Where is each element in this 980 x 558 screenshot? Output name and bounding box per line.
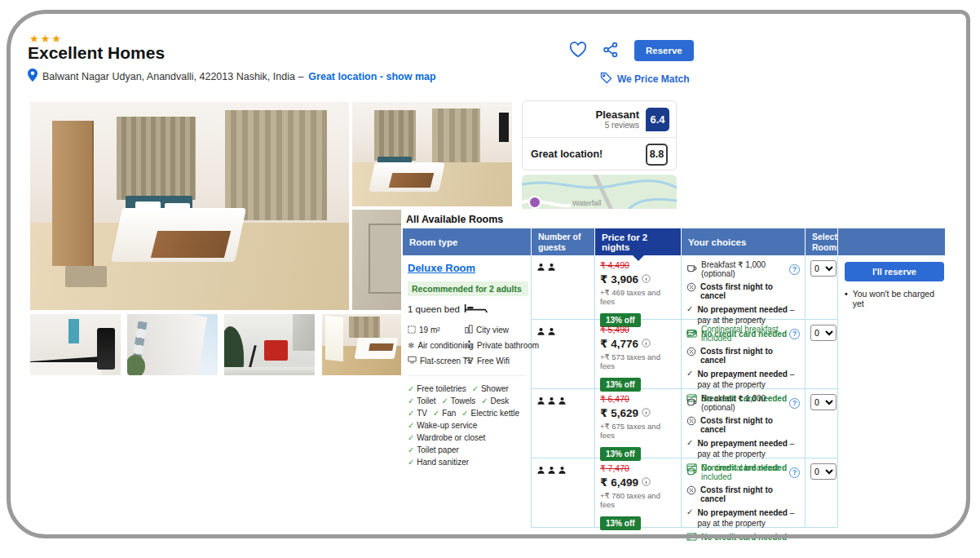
column-header-blank (838, 228, 946, 255)
price-tag-icon (600, 72, 612, 86)
breakfast-cup-icon (686, 398, 697, 409)
share-button[interactable] (602, 42, 620, 60)
photo-decoration (135, 202, 161, 212)
page-title: Excellent Homes (28, 43, 165, 63)
price-cell: ₹ 4,490 ₹ 3,906 +₹ 469 taxes and fees 13… (595, 255, 682, 320)
taxes-note: +₹ 573 taxes and fees (600, 352, 676, 370)
ill-reserve-button[interactable]: I'll reserve (845, 262, 944, 281)
column-header-guests: Number of guests (532, 228, 595, 255)
info-icon[interactable] (642, 407, 651, 419)
breakfast-option: Continental breakfast included ? (686, 463, 800, 481)
taxes-note: +₹ 469 taxes and fees (600, 288, 676, 306)
room-quantity-select[interactable]: 0 (810, 260, 837, 277)
check-icon: ✓ (686, 304, 693, 313)
photo-decoration (224, 367, 315, 376)
person-icon (536, 466, 545, 475)
map-poi-label: Waterfall (572, 199, 601, 207)
location-score-row: Great location! 8.8 (523, 138, 676, 170)
photo-decoration (117, 117, 196, 200)
question-icon[interactable]: ? (789, 264, 800, 275)
recommended-banner: Recommended for 2 adults (408, 281, 528, 296)
gallery-photo-main-bedroom[interactable] (30, 102, 349, 310)
price-cell: ₹ 7,470 ₹ 6,499 +₹ 780 taxes and fees 13… (595, 458, 682, 528)
address-row: Balwant Nagar Udyan, Anandvalli, 422013 … (28, 69, 436, 84)
column-header-choices: Your choices (682, 228, 806, 255)
room-type-cell: Deluxe Room Recommended for 2 adults 1 q… (403, 255, 532, 528)
gallery-photo-bedroom-2[interactable] (352, 102, 512, 206)
show-map-link[interactable]: Great location - show map (308, 71, 435, 82)
photo-decoration (52, 121, 94, 267)
room-amenities-checklist: Free toiletriesShowerToiletTowelsDeskTVF… (408, 375, 526, 468)
choices-cell: Continental breakfast included ? Costs f… (682, 320, 806, 389)
question-icon[interactable]: ? (789, 329, 800, 339)
header-actions: Reserve (569, 40, 694, 61)
photo-decoration (68, 319, 79, 343)
check-icon: ✓ (686, 438, 693, 447)
share-icon (603, 48, 619, 60)
heart-icon (569, 48, 587, 60)
breakfast-option: Breakfast ₹ 1,000 (optional) ? (686, 394, 800, 412)
location-score-badge: 8.8 (646, 144, 668, 166)
available-rooms-panel: All Available Rooms Room type Number of … (401, 209, 946, 535)
select-rooms-cell: 0 (806, 389, 838, 458)
city-view-feature: City view (465, 325, 539, 335)
select-rooms-cell: 0 (806, 255, 838, 320)
cancel-policy: Costs first night to cancel (686, 416, 800, 434)
gallery-thumb-kitchen[interactable] (30, 314, 121, 375)
cancel-policy: Costs first night to cancel (686, 347, 800, 365)
breakfast-option: Continental breakfast included ? (686, 325, 800, 343)
gallery-thumb-building[interactable] (127, 314, 218, 375)
room-name-link[interactable]: Deluxe Room (408, 262, 475, 274)
question-icon[interactable]: ? (789, 467, 800, 478)
person-icon (547, 466, 556, 475)
reserve-cell: I'll reserve You won't be charged yet (838, 255, 946, 528)
room-size-feature: 19 m² (408, 325, 461, 335)
info-icon[interactable] (642, 338, 651, 350)
guests-cell (532, 458, 595, 528)
photo-decoration (325, 316, 343, 361)
room-features: 19 m² City view ❄ Air conditioning Priva… (408, 325, 526, 365)
room-quantity-select[interactable]: 0 (810, 463, 837, 480)
choices-cell: Breakfast ₹ 1,000 (optional) ? Costs fir… (682, 389, 806, 458)
choices-cell: Breakfast ₹ 1,000 (optional) ? Costs fir… (682, 255, 806, 320)
photo-decoration (151, 231, 231, 258)
current-price: ₹ 6,499 (600, 476, 638, 489)
prepayment-policy: ✓ No prepayment needed – pay at the prop… (686, 438, 800, 459)
choices-cell: Continental breakfast included ? Costs f… (682, 458, 806, 528)
photo-decoration (369, 343, 393, 351)
breakfast-cup-icon (686, 467, 697, 478)
price-match-link[interactable]: We Price Match (600, 72, 689, 86)
bed-icon (464, 303, 488, 315)
room-quantity-select[interactable]: 0 (810, 394, 837, 410)
private-bathroom-icon (465, 340, 474, 351)
person-icon (536, 263, 545, 272)
room-size-icon (408, 326, 416, 335)
info-icon[interactable] (642, 476, 651, 489)
review-score-row: Pleasant 5 reviews 6.4 (523, 101, 676, 137)
air-conditioning-feature: ❄ Air conditioning (408, 340, 461, 351)
reserve-button[interactable]: Reserve (634, 40, 694, 61)
gallery-thumb-lobby[interactable] (224, 314, 315, 375)
no-credit-card-icon (686, 533, 697, 542)
cancel-policy: Costs first night to cancel (686, 282, 800, 300)
photo-decoration (97, 328, 115, 370)
photo-decoration (30, 362, 101, 376)
map-preview[interactable]: Waterfall (522, 175, 677, 210)
room-quantity-select[interactable]: 0 (810, 325, 837, 341)
gallery-thumb-bedroom-3[interactable] (322, 314, 413, 375)
map-poi-marker (528, 196, 541, 209)
person-icon (536, 327, 545, 336)
old-price: ₹ 4,490 (600, 260, 676, 270)
check-icon: ✓ (686, 507, 693, 516)
favorite-heart-button[interactable] (569, 42, 587, 60)
city-view-icon (465, 325, 473, 335)
info-icon[interactable] (642, 273, 651, 286)
person-icon (558, 466, 567, 475)
question-icon[interactable]: ? (789, 398, 800, 409)
review-score-card[interactable]: Pleasant 5 reviews 6.4 Great location! 8… (522, 100, 677, 170)
old-price: ₹ 6,470 (600, 394, 676, 404)
photo-decoration (65, 266, 107, 287)
column-header-price[interactable]: Price for 2 nights (595, 228, 682, 255)
cancel-percent-icon (686, 416, 696, 427)
photo-decoration (225, 110, 327, 220)
